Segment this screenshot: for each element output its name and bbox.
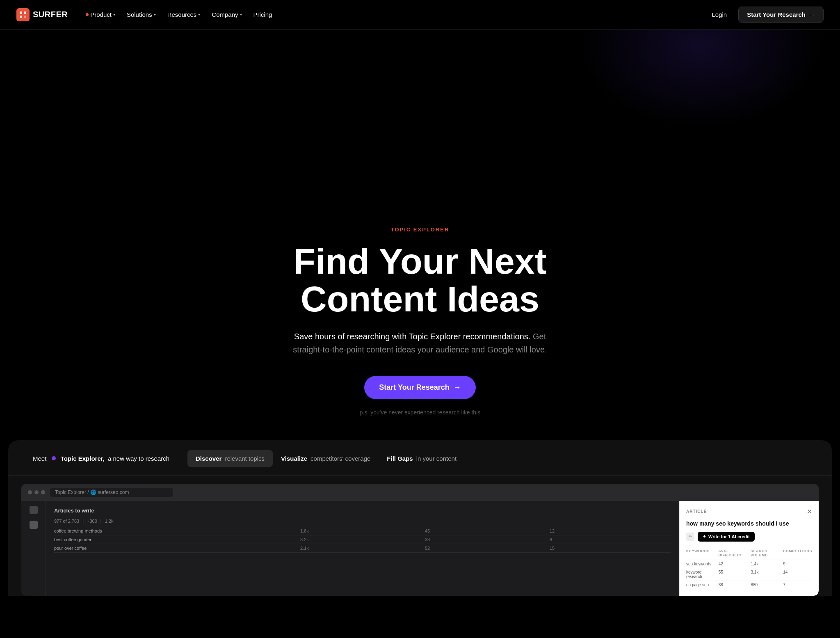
tab-meet-item: Meet Topic Explorer, a new way to resear… <box>25 450 178 467</box>
panel-table-row: keyword research 55 3.1k 14 <box>686 568 812 581</box>
login-button[interactable]: Login <box>707 8 732 21</box>
panel-diff1: 42 <box>719 562 748 566</box>
panel-close-icon[interactable]: ✕ <box>807 508 812 515</box>
panel-vol2: 3.1k <box>751 570 780 579</box>
row-diff: 52 <box>425 546 546 551</box>
browser-address-bar: Topic Explorer / 🌐 surferseo.com <box>50 488 173 497</box>
panel-table-header: KEYWORDS AVG. DIFFICULTY SEARCH VOLUME C… <box>686 547 812 560</box>
hero-cta-arrow: → <box>454 383 461 392</box>
nav-pricing[interactable]: Pricing <box>249 8 277 21</box>
panel-article-title: how many seo keywords should i use <box>686 520 812 527</box>
svg-rect-1 <box>24 11 26 14</box>
panel-top: ARTICLE ✕ <box>686 508 812 515</box>
row-diff: 45 <box>425 528 546 533</box>
browser-dot-green <box>41 490 45 494</box>
hero-title-line1: Find Your Next <box>293 241 547 281</box>
nav-cta-arrow: → <box>809 11 815 18</box>
browser-topbar: Topic Explorer / 🌐 surferseo.com <box>21 484 819 501</box>
sidebar-home-icon <box>30 506 38 514</box>
panel-diff3: 38 <box>719 583 748 587</box>
browser-main-title: Articles to write <box>54 508 671 514</box>
hero-title-line2: Content Ideas <box>301 279 539 319</box>
browser-dot-yellow <box>34 490 39 494</box>
tab-bar: Meet Topic Explorer, a new way to resear… <box>8 440 832 476</box>
nav-company-label: Company <box>212 11 238 18</box>
nav-resources[interactable]: Resources ▾ <box>162 8 205 21</box>
table-row: pour over coffee 2.1k 52 15 <box>54 544 671 553</box>
hero-eyebrow: TOPIC EXPLORER <box>391 226 450 233</box>
svg-rect-0 <box>20 11 22 14</box>
browser-mockup: Topic Explorer / 🌐 surferseo.com Article… <box>21 484 819 596</box>
tab-discover-sub: relevant topics <box>225 455 265 462</box>
panel-comp2: 14 <box>783 570 812 579</box>
nav-product[interactable]: Product ▾ <box>81 8 120 21</box>
tab-fill-sub: in your content <box>416 455 457 462</box>
panel-label: ARTICLE <box>686 509 707 514</box>
row-comp: 8 <box>550 537 671 542</box>
panel-write-label: Write for 1 AI credit <box>708 534 750 539</box>
nav-company[interactable]: Company ▾ <box>207 8 247 21</box>
tab-discover[interactable]: Discover relevant topics <box>187 450 273 467</box>
tab-viz-label: Visualize <box>281 455 307 462</box>
panel-col-competitors: COMPETITORS <box>783 549 812 557</box>
panel-kw3: on page seo <box>686 583 715 587</box>
nav-cta-button[interactable]: Start Your Research → <box>738 7 824 23</box>
panel-kw2: keyword research <box>686 570 715 579</box>
panel-col-keywords: KEYWORDS <box>686 549 715 557</box>
tab-fill-gaps[interactable]: Fill Gaps in your content <box>379 450 465 467</box>
company-chevron-icon: ▾ <box>240 12 242 17</box>
row-comp: 15 <box>550 546 671 551</box>
stats-val2: ~360 <box>87 519 97 524</box>
meet-sub: a new way to research <box>108 455 169 462</box>
browser-sidebar <box>21 501 46 596</box>
meet-text: Meet <box>33 455 48 462</box>
hero-title: Find Your Next Content Ideas <box>293 242 547 318</box>
stats-val3: 1.2k <box>105 519 114 524</box>
row-vol: 2.1k <box>300 546 422 551</box>
nav-product-label: Product <box>90 11 112 18</box>
browser-dot-red <box>28 490 32 494</box>
hero-subtitle: Save hours of researching with Topic Exp… <box>281 330 559 356</box>
nav-solutions[interactable]: Solutions ▾ <box>122 8 161 21</box>
hero-cta-label: Start Your Research <box>379 383 449 392</box>
tab-fill-label: Fill Gaps <box>387 455 413 462</box>
panel-vol1: 1.4k <box>751 562 780 566</box>
row-vol: 3.2k <box>300 537 422 542</box>
nav-right: Login Start Your Research → <box>707 7 824 23</box>
row-keyword: pour over coffee <box>54 546 297 551</box>
product-dot <box>86 13 89 16</box>
tab-visualize[interactable]: Visualize competitors' coverage <box>273 450 379 467</box>
panel-col-volume: SEARCH VOLUME <box>751 549 780 557</box>
nav-links: Product ▾ Solutions ▾ Resources ▾ Compan… <box>81 8 277 21</box>
panel-comp1: 9 <box>783 562 812 566</box>
topic-explorer-dot <box>52 456 56 460</box>
logo[interactable]: SURFER <box>16 8 68 21</box>
row-comp: 12 <box>550 528 671 533</box>
panel-edit-icon[interactable]: ✏ <box>686 533 694 541</box>
logo-icon <box>16 8 30 21</box>
panel-write-button[interactable]: ✦ Write for 1 AI credit <box>698 532 755 542</box>
stats-sep: | <box>82 519 84 524</box>
hero-section: TOPIC EXPLORER Find Your Next Content Id… <box>0 30 840 440</box>
row-keyword: coffee brewing methods <box>54 528 297 533</box>
preview-section: Meet Topic Explorer, a new way to resear… <box>8 440 832 596</box>
resources-chevron-icon: ▾ <box>198 12 200 17</box>
panel-table-row: seo keywords 42 1.4k 9 <box>686 560 812 568</box>
row-vol: 1.8k <box>300 528 422 533</box>
row-keyword: best coffee grinder <box>54 537 297 542</box>
browser-dots <box>28 490 45 494</box>
svg-rect-3 <box>24 16 26 18</box>
panel-table-row: on page seo 38 880 7 <box>686 581 812 589</box>
brand-name: SURFER <box>33 10 68 19</box>
solutions-chevron-icon: ▾ <box>154 12 156 17</box>
nav-resources-label: Resources <box>167 11 197 18</box>
product-chevron-icon: ▾ <box>113 12 115 17</box>
tab-viz-sub: competitors' coverage <box>310 455 370 462</box>
navbar: SURFER Product ▾ Solutions ▾ Resources ▾… <box>0 0 840 30</box>
stats-sep2: | <box>100 519 102 524</box>
browser-panel: ARTICLE ✕ how many seo keywords should i… <box>679 501 819 596</box>
nav-solutions-label: Solutions <box>127 11 152 18</box>
nav-cta-label: Start Your Research <box>747 11 806 18</box>
hero-cta-button[interactable]: Start Your Research → <box>364 376 475 399</box>
browser-stats: 977 of 2,763 | ~360 | 1.2k <box>54 519 671 524</box>
